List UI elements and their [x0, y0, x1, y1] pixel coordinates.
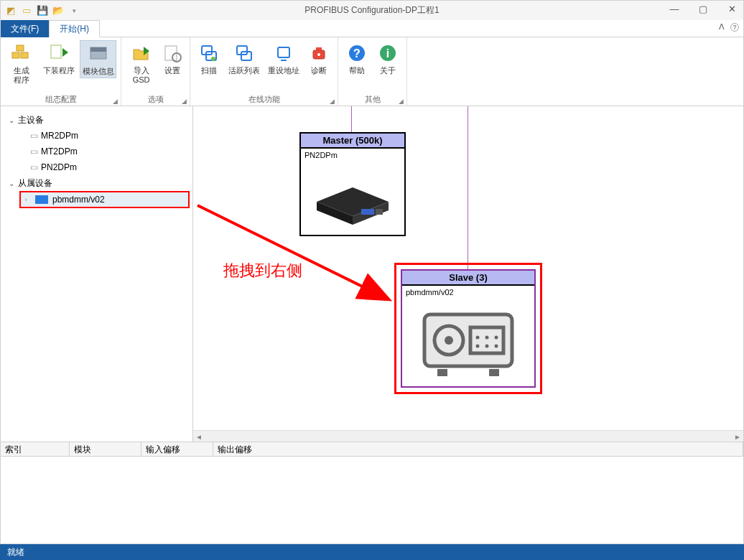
btn-settings-label: 设置 — [164, 66, 180, 75]
btn-reset-addr[interactable]: 重设地址 — [266, 40, 302, 77]
grid-header: 索引 模块 输入偏移 输出偏移 — [1, 442, 743, 457]
ribbon-help-icon[interactable]: ? — [730, 23, 739, 32]
btn-settings[interactable]: 设置 — [159, 40, 185, 77]
svg-rect-37 — [489, 369, 499, 376]
btn-help-label: 帮助 — [349, 66, 365, 75]
slave-drop-highlight: Slave (3) pbmdmm/v02 — [394, 263, 542, 394]
diagnose-icon — [307, 42, 330, 65]
module-grid: 索引 模块 输入偏移 输出偏移 — [0, 442, 744, 544]
reset-addr-icon — [272, 42, 295, 65]
group-options-title: 选项 — [148, 94, 164, 105]
expand-icon[interactable]: › — [21, 196, 31, 203]
col-index[interactable]: 索引 — [1, 442, 70, 456]
master-subtitle: PN2DPm — [301, 149, 404, 162]
close-button[interactable]: ✕ — [723, 1, 740, 16]
svg-rect-26 — [424, 314, 512, 366]
svg-rect-0 — [12, 52, 19, 58]
canvas-hscrollbar[interactable]: ◄ ► — [193, 430, 743, 442]
settings-icon — [161, 42, 184, 65]
ribbon-group-options: 导入 GSD 设置 选项◢ — [121, 37, 190, 106]
btn-reset-addr-label: 重设地址 — [268, 66, 299, 75]
svg-point-33 — [476, 345, 480, 348]
ribbon-collapse-icon[interactable]: ᐱ — [719, 22, 725, 32]
tree-item-pn2dpm[interactable]: ▭PN2DPm — [18, 159, 192, 175]
svg-point-30 — [476, 336, 480, 340]
maximize-button[interactable]: ▢ — [694, 1, 712, 16]
scroll-left-icon[interactable]: ◄ — [193, 431, 205, 442]
btn-generate[interactable]: 生成 程序 — [5, 40, 37, 86]
svg-point-31 — [485, 336, 489, 340]
master-device-box[interactable]: Master (500k) PN2DPm — [299, 132, 406, 236]
group-config-launcher[interactable]: ◢ — [113, 98, 118, 105]
slave-subtitle: pbmdmm/v02 — [402, 286, 534, 299]
svg-text:i: i — [386, 47, 389, 60]
svg-point-34 — [485, 345, 489, 348]
tree-master-root[interactable]: ⌄ 主设备 — [1, 112, 192, 128]
svg-rect-36 — [437, 369, 447, 376]
master-title: Master (500k) — [301, 134, 404, 149]
group-online-launcher[interactable]: ◢ — [330, 98, 335, 105]
col-output-offset[interactable]: 输出偏移 — [213, 442, 743, 456]
device-tree[interactable]: ⌄ 主设备 ▭MR2DPm ▭MT2DPm ▭PN2DPm ⌄ 从属设备 › p… — [0, 106, 192, 442]
download-icon — [47, 42, 70, 65]
btn-about[interactable]: i 关于 — [374, 40, 403, 77]
qat-save-icon[interactable]: 💾 — [37, 5, 48, 17]
ribbon-group-config: 生成 程序 下装程序 模块信息 组态配置◢ — [1, 37, 121, 106]
svg-rect-5 — [90, 47, 106, 52]
btn-import-gsd[interactable]: 导入 GSD — [126, 40, 157, 86]
tab-start[interactable]: 开始(H) — [49, 20, 100, 37]
about-icon: i — [376, 42, 399, 65]
btn-active-list-label: 活跃列表 — [228, 66, 260, 75]
generate-icon — [10, 42, 33, 65]
qat-dropdown-icon[interactable]: ▾ — [68, 5, 80, 17]
ribbon-tabs: 文件(F) 开始(H) ᐱ ? — [0, 20, 744, 37]
master-image — [301, 162, 404, 235]
svg-rect-3 — [51, 45, 61, 58]
tree-master-label: 主设备 — [17, 114, 44, 126]
btn-diagnose-label: 诊断 — [311, 66, 327, 75]
ribbon: 生成 程序 下装程序 模块信息 组态配置◢ 导入 G — [0, 37, 744, 106]
scroll-right-icon[interactable]: ► — [732, 431, 743, 442]
qat-new-icon[interactable]: ▭ — [21, 5, 32, 17]
bus-line — [468, 106, 468, 271]
col-input-offset[interactable]: 输入偏移 — [141, 442, 213, 456]
btn-module-info[interactable]: 模块信息 — [80, 40, 116, 78]
topology-canvas[interactable]: Master (500k) PN2DPm 拖拽到右侧 — [193, 106, 743, 430]
group-other-launcher[interactable]: ◢ — [399, 98, 404, 105]
tree-slave-root[interactable]: ⌄ 从属设备 — [1, 175, 192, 191]
expand-icon[interactable]: ⌄ — [6, 116, 17, 124]
qat-open-icon[interactable]: 📂 — [52, 5, 64, 17]
module-info-icon — [87, 42, 110, 65]
svg-point-32 — [495, 336, 498, 340]
active-list-icon — [233, 42, 256, 65]
grid-body[interactable] — [1, 457, 743, 543]
tree-item-mr2dpm[interactable]: ▭MR2DPm — [18, 128, 192, 144]
tree-item-mt2dpm[interactable]: ▭MT2DPm — [18, 144, 192, 159]
group-config-title: 组态配置 — [45, 94, 77, 105]
minimize-button[interactable]: ― — [666, 1, 683, 16]
btn-help[interactable]: ? 帮助 — [343, 40, 371, 77]
slave-image — [402, 299, 534, 386]
tab-file[interactable]: 文件(F) — [1, 20, 49, 37]
btn-diagnose[interactable]: 诊断 — [305, 40, 333, 77]
svg-point-28 — [445, 336, 453, 345]
btn-download-label: 下装程序 — [43, 66, 75, 75]
svg-rect-2 — [17, 45, 24, 51]
slave-device-box[interactable]: Slave (3) pbmdmm/v02 — [401, 269, 536, 388]
svg-point-10 — [211, 57, 215, 61]
group-options-launcher[interactable]: ◢ — [182, 98, 187, 105]
import-gsd-icon — [130, 42, 153, 65]
tree-item-pbmdmm[interactable]: › pbmdmm/v02 — [19, 191, 190, 208]
app-icon: ◩ — [5, 5, 17, 17]
group-online-title: 在线功能 — [248, 94, 280, 105]
quick-access-toolbar: ◩ ▭ 💾 📂 ▾ — [1, 5, 80, 17]
btn-scan[interactable]: 扫描 — [195, 40, 223, 77]
status-bar: 就绪 — [0, 544, 744, 560]
svg-rect-24 — [376, 209, 383, 215]
btn-download[interactable]: 下装程序 — [40, 40, 77, 77]
btn-active-list[interactable]: 活跃列表 — [225, 40, 262, 77]
col-module[interactable]: 模块 — [70, 442, 141, 456]
expand-icon[interactable]: ⌄ — [6, 179, 17, 187]
slave-device-icon — [35, 195, 48, 204]
status-text: 就绪 — [7, 546, 24, 559]
